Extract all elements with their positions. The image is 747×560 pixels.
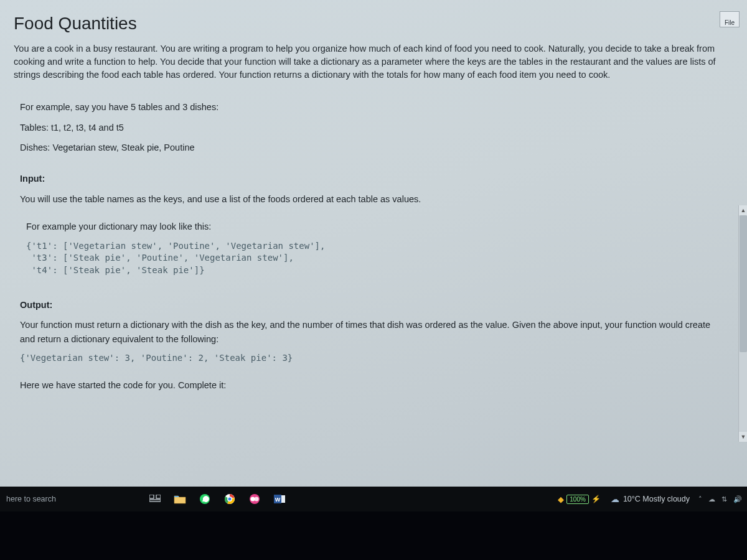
svg-rect-11	[281, 495, 285, 503]
scroll-down-icon[interactable]: ▼	[739, 432, 747, 442]
task-view-icon[interactable]	[147, 491, 163, 507]
example-dishes: Dishes: Vegetarian stew, Steak pie, Pout…	[20, 141, 726, 154]
system-tray[interactable]: ˄ ☁ ⇅ 🔊	[698, 495, 747, 503]
input-example-block: For example your dictionary may look lik…	[20, 220, 726, 276]
taskbar-search[interactable]: here to search	[0, 495, 143, 503]
input-label: Input:	[20, 172, 726, 185]
whatsapp-icon[interactable]	[197, 491, 213, 507]
weather-widget[interactable]: ☁ 10°C Mostly cloudy	[611, 494, 690, 504]
example-lead: For example, say you have 5 tables and 3…	[20, 100, 726, 114]
weather-text: 10°C Mostly cloudy	[623, 495, 690, 503]
svg-rect-1	[156, 495, 161, 498]
page-title: Food Quantities	[14, 14, 726, 34]
input-section: Input: You will use the table names as t…	[14, 172, 726, 276]
svg-rect-3	[174, 496, 179, 497]
cloud-icon: ☁	[611, 494, 619, 504]
output-section: Output: Your function must return a dict…	[14, 298, 726, 392]
wifi-icon[interactable]: ⇅	[721, 495, 727, 503]
scroll-thumb[interactable]	[740, 215, 747, 352]
taskbar: here to search W ◆ 100% ⚡	[0, 487, 747, 511]
file-button[interactable]: File	[720, 11, 740, 27]
input-code: {'t1': ['Vegetarian stew', 'Poutine', 'V…	[26, 240, 726, 277]
document-page: File Food Quantities You are a cook in a…	[0, 0, 740, 409]
example-tables: Tables: t1, t2, t3, t4 and t5	[20, 121, 726, 134]
file-explorer-icon[interactable]	[172, 491, 188, 507]
taskbar-app-icons: W	[147, 491, 288, 507]
input-sub-lead: For example your dictionary may look lik…	[26, 220, 726, 233]
volume-icon[interactable]: 🔊	[733, 495, 742, 503]
svg-point-9	[255, 497, 259, 502]
onedrive-icon[interactable]: ☁	[708, 495, 715, 503]
app-icon-pink[interactable]	[247, 491, 263, 507]
svg-rect-2	[149, 500, 161, 502]
output-footer: Here we have started the code for you. C…	[20, 378, 726, 392]
intro-paragraph: You are a cook in a busy restaurant. You…	[14, 42, 726, 82]
chrome-icon[interactable]	[222, 491, 238, 507]
output-desc: Your function must return a dictionary w…	[20, 318, 726, 346]
scroll-up-icon[interactable]: ▲	[739, 205, 747, 215]
svg-point-6	[228, 497, 232, 501]
shield-icon[interactable]: ◆	[558, 495, 564, 504]
chevron-up-icon[interactable]: ˄	[698, 495, 702, 503]
example-section: For example, say you have 5 tables and 3…	[14, 100, 726, 154]
viewport: File Food Quantities You are a cook in a…	[0, 0, 747, 560]
output-code: {'Vegetarian stew': 3, 'Poutine': 2, 'St…	[20, 352, 726, 365]
below-screen	[0, 511, 747, 560]
input-desc: You will use the table names as the keys…	[20, 192, 726, 206]
svg-point-8	[251, 497, 255, 502]
battery-indicator[interactable]: 100%	[566, 495, 589, 504]
vertical-scrollbar[interactable]: ▲ ▼	[738, 205, 747, 442]
scroll-track[interactable]	[739, 215, 747, 432]
charging-icon: ⚡	[591, 495, 601, 503]
svg-rect-0	[149, 495, 154, 498]
svg-text:W: W	[275, 497, 281, 503]
output-label: Output:	[20, 298, 726, 312]
word-icon[interactable]: W	[271, 491, 288, 507]
